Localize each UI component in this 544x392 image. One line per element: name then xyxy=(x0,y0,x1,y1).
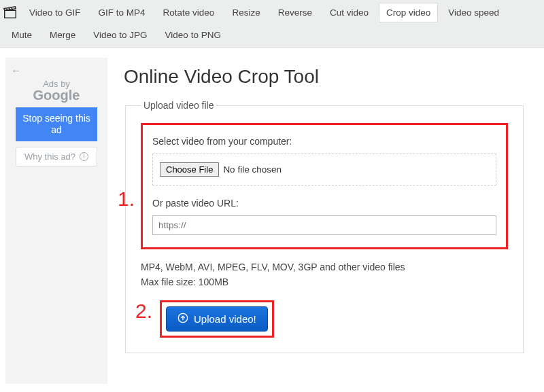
max-size-note: Max file size: 100MB xyxy=(141,275,508,289)
file-chosen-status: No file chosen xyxy=(223,164,282,175)
upload-legend: Upload video file xyxy=(141,100,217,111)
why-ad-label: Why this ad? xyxy=(24,152,75,162)
annotation-step-1: 1. xyxy=(118,188,135,211)
upload-button-label: Upload video! xyxy=(194,313,256,325)
annotation-step-2: 2. xyxy=(135,300,152,323)
clapperboard-icon xyxy=(3,5,18,20)
annotation-box-2: Upload video! xyxy=(160,300,274,338)
why-this-ad-button[interactable]: Why this ad? i xyxy=(16,147,97,166)
select-from-computer-label: Select video from your computer: xyxy=(152,136,496,147)
upload-video-button[interactable]: Upload video! xyxy=(166,306,268,332)
tab-rotate-video[interactable]: Rotate video xyxy=(156,3,222,22)
tab-cut-video[interactable]: Cut video xyxy=(322,3,376,22)
tab-video-to-gif[interactable]: Video to GIF xyxy=(22,3,88,22)
or-paste-url-label: Or paste video URL: xyxy=(152,198,496,209)
supported-formats-note: MP4, WebM, AVI, MPEG, FLV, MOV, 3GP and … xyxy=(141,260,508,274)
tab-video-to-png[interactable]: Video to PNG xyxy=(158,25,228,45)
annotation-box-1: Select video from your computer: Choose … xyxy=(141,123,508,249)
tab-crop-video[interactable]: Crop video xyxy=(379,3,438,22)
back-arrow-icon[interactable]: ← xyxy=(10,65,103,79)
stop-seeing-ad-button[interactable]: Stop seeing this ad xyxy=(16,107,97,141)
upload-icon xyxy=(177,313,188,325)
tab-reverse[interactable]: Reverse xyxy=(271,3,320,22)
ads-sidebar: ← Ads by Google Stop seeing this ad Why … xyxy=(5,58,107,384)
tab-video-speed[interactable]: Video speed xyxy=(441,3,507,22)
info-icon: i xyxy=(80,152,88,161)
tab-video-to-jpg[interactable]: Video to JPG xyxy=(86,25,154,45)
video-url-input[interactable] xyxy=(152,215,496,235)
tab-resize[interactable]: Resize xyxy=(224,3,267,22)
svg-rect-0 xyxy=(5,10,16,18)
choose-file-button[interactable]: Choose File xyxy=(160,162,219,177)
page-title: Online Video Crop Tool xyxy=(124,66,525,88)
tool-tabs: Video to GIF GIF to MP4 Rotate video Res… xyxy=(0,0,544,48)
upload-fieldset: Upload video file 1. Select video from y… xyxy=(125,100,524,353)
file-picker[interactable]: Choose File No file chosen xyxy=(152,154,496,185)
tab-mute[interactable]: Mute xyxy=(4,25,39,45)
content-area: Online Video Crop Tool Upload video file… xyxy=(124,58,539,353)
tab-merge[interactable]: Merge xyxy=(42,25,83,45)
tab-gif-to-mp4[interactable]: GIF to MP4 xyxy=(91,3,153,22)
google-logo: Google xyxy=(10,88,103,103)
main-area: ← Ads by Google Stop seeing this ad Why … xyxy=(0,48,544,392)
